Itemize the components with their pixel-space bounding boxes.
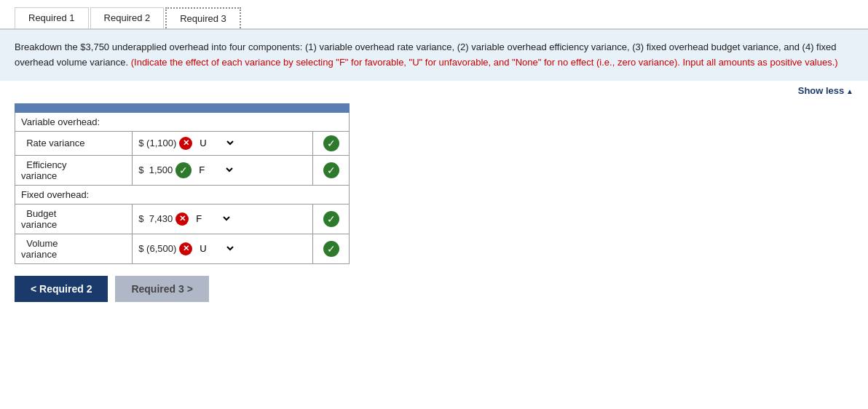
section-fixed-label: Fixed overhead: (15, 185, 350, 204)
tab-required3[interactable]: Required 3 (165, 7, 241, 28)
section-fixed-overhead: Fixed overhead: (15, 185, 350, 204)
efficiency-variance-select[interactable]: F U None (194, 164, 235, 176)
efficiency-variance-amount: $ 1,500 (138, 164, 173, 175)
section-variable-overhead: Variable overhead: (15, 112, 350, 131)
budget-variance-clear-button[interactable]: ✕ (175, 213, 189, 226)
volume-variance-display: $ (6,500) ✕ U F None (138, 242, 236, 255)
rate-variance-clear-button[interactable]: ✕ (179, 137, 192, 150)
main-content: Variable overhead: Rate variance $ (1,10… (0, 103, 868, 317)
efficiency-variance-label: Efficiencyvariance (15, 155, 133, 185)
budget-variance-amount: $ 7,430 (138, 213, 173, 224)
rate-variance-check: ✓ (313, 131, 350, 155)
rate-variance-display: $ (1,100) ✕ U F None (138, 137, 236, 150)
table-header-cell (15, 103, 350, 112)
volume-variance-check: ✓ (313, 234, 350, 263)
volume-variance-select[interactable]: U F None (195, 242, 236, 255)
section-variable-label: Variable overhead: (15, 112, 350, 131)
rate-variance-value-cell: $ (1,100) ✕ U F None (133, 131, 313, 155)
volume-variance-label: Volumevariance (15, 234, 133, 263)
variance-table: Variable overhead: Rate variance $ (1,10… (15, 103, 350, 264)
efficiency-variance-display: $ 1,500 ✓ F U None (138, 162, 235, 178)
budget-variance-select[interactable]: F U None (192, 213, 232, 225)
buttons-row: < Required 2 Required 3 > (15, 276, 350, 302)
table-header-row (15, 103, 350, 112)
back-required2-button[interactable]: < Required 2 (15, 276, 108, 302)
tabs-bar: Required 1 Required 2 Required 3 (0, 0, 868, 30)
efficiency-variance-check: ✓ (313, 155, 350, 185)
rate-variance-select[interactable]: U F None (195, 137, 236, 149)
budget-variance-label: Budgetvariance (15, 204, 133, 234)
budget-variance-check-icon: ✓ (323, 211, 339, 227)
budget-variance-check: ✓ (313, 204, 350, 234)
efficiency-variance-value-cell: $ 1,500 ✓ F U None (133, 155, 313, 185)
budget-variance-value-cell: $ 7,430 ✕ F U None (133, 204, 313, 234)
table-row: Budgetvariance $ 7,430 ✕ F U None (15, 204, 350, 234)
forward-required3-button[interactable]: Required 3 > (115, 276, 208, 302)
volume-variance-check-icon: ✓ (323, 241, 339, 257)
efficiency-variance-checkmark: ✓ (175, 162, 192, 178)
table-row: Volumevariance $ (6,500) ✕ U F None (15, 234, 350, 263)
budget-variance-display: $ 7,430 ✕ F U None (138, 213, 232, 226)
volume-variance-clear-button[interactable]: ✕ (179, 242, 192, 255)
rate-variance-label: Rate variance (15, 131, 133, 155)
show-less-link[interactable]: Show less ▲ (798, 85, 853, 96)
rate-variance-check-icon: ✓ (323, 135, 339, 151)
tab-required1[interactable]: Required 1 (15, 7, 89, 28)
table-row: Rate variance $ (1,100) ✕ U F None (15, 131, 350, 155)
arrow-up-icon: ▲ (844, 87, 853, 95)
volume-variance-value-cell: $ (6,500) ✕ U F None (133, 234, 313, 263)
tab-required2[interactable]: Required 2 (90, 7, 165, 28)
instructions-box: Breakdown the $3,750 underapplied overhe… (0, 30, 868, 81)
rate-variance-amount: $ (1,100) (138, 138, 176, 148)
efficiency-variance-check-icon: ✓ (323, 162, 339, 178)
table-row: Efficiencyvariance $ 1,500 ✓ F U None (15, 155, 350, 185)
page-wrapper: Required 1 Required 2 Required 3 Breakdo… (0, 0, 868, 409)
volume-variance-amount: $ (6,500) (138, 243, 176, 254)
show-less-row: Show less ▲ (0, 81, 868, 103)
instructions-red-text: (Indicate the effect of each variance by… (131, 57, 838, 68)
